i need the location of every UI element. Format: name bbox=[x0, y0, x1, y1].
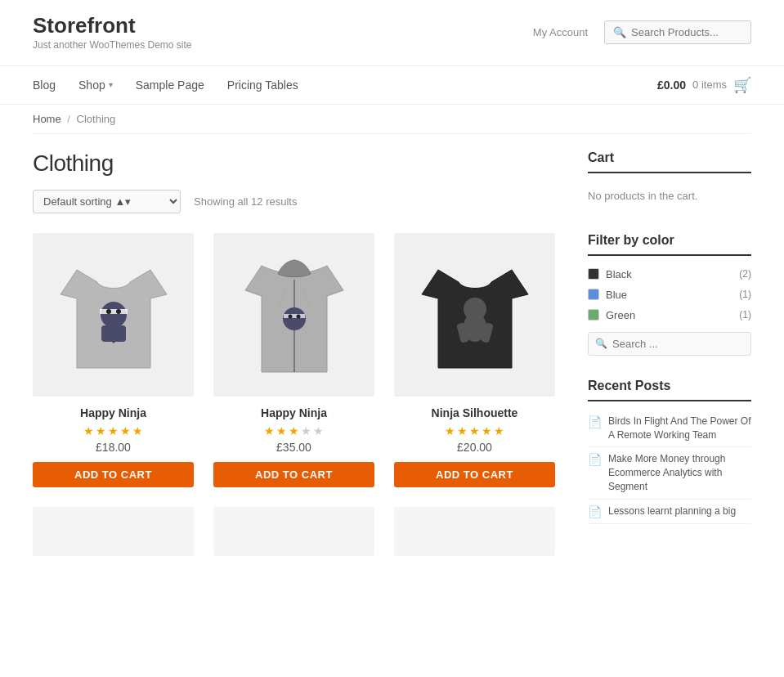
results-count: Showing all 12 results bbox=[194, 195, 297, 208]
product-image-happy-ninja-1 bbox=[33, 233, 194, 397]
color-swatch-black bbox=[588, 268, 599, 280]
svg-point-10 bbox=[288, 314, 292, 318]
recent-post-link-1[interactable]: Birds In Flight And The Power Of A Remot… bbox=[608, 415, 751, 442]
filter-count-black: (2) bbox=[739, 268, 751, 280]
product-card-partial bbox=[33, 507, 194, 566]
products-grid: Happy Ninja ★ ★ ★ ★ ★ £18.00 Add to cart bbox=[33, 233, 555, 566]
sidebar-filter-color: Filter by color Black (2) Blue (1) bbox=[588, 233, 751, 356]
product-card-partial bbox=[394, 507, 555, 566]
product-image-partial-1 bbox=[33, 507, 194, 556]
nav-shop[interactable]: Shop ▾ bbox=[78, 78, 113, 92]
recent-post-link-2[interactable]: Make More Money through Ecommerce Analyt… bbox=[608, 452, 751, 493]
svg-point-11 bbox=[296, 314, 300, 318]
product-image-happy-ninja-2 bbox=[213, 233, 374, 397]
my-account-link[interactable]: My Account bbox=[533, 26, 588, 38]
product-card: Happy Ninja ★ ★ ★ ★ ★ £35.00 Add to cart bbox=[213, 233, 374, 487]
nav-pricing-tables[interactable]: Pricing Tables bbox=[227, 78, 298, 92]
post-icon: 📄 bbox=[588, 453, 602, 466]
cart-icon[interactable]: 🛒 bbox=[733, 76, 751, 94]
nav-links: Blog Shop ▾ Sample Page Pricing Tables bbox=[33, 78, 298, 92]
product-stars: ★ ★ ★ ★ ★ bbox=[213, 424, 374, 437]
sidebar-search-input[interactable] bbox=[612, 338, 744, 350]
search-box-header: 🔍 bbox=[604, 20, 751, 44]
add-to-cart-button[interactable]: Add to cart bbox=[33, 462, 194, 487]
product-price: £18.00 bbox=[33, 441, 194, 454]
add-to-cart-button[interactable]: Add to cart bbox=[394, 462, 555, 487]
breadcrumb-current: Clothing bbox=[77, 113, 116, 125]
star-1: ★ bbox=[445, 424, 455, 437]
filter-item-left: Blue bbox=[588, 289, 627, 301]
sort-select[interactable]: Default sorting ▲▾ Sort by popularity So… bbox=[33, 190, 181, 213]
breadcrumb-home[interactable]: Home bbox=[33, 113, 61, 125]
star-2: ★ bbox=[457, 424, 468, 437]
filter-label-blue[interactable]: Blue bbox=[606, 289, 627, 301]
product-stars: ★ ★ ★ ★ ★ bbox=[394, 424, 555, 437]
star-3: ★ bbox=[108, 424, 119, 437]
product-image-partial-2 bbox=[213, 507, 374, 556]
post-icon: 📄 bbox=[588, 505, 602, 518]
star-1: ★ bbox=[264, 424, 275, 437]
sidebar-recent-posts: Recent Posts 📄 Birds In Flight And The P… bbox=[588, 379, 751, 524]
star-5: ★ bbox=[313, 424, 324, 437]
product-stars: ★ ★ ★ ★ ★ bbox=[33, 424, 194, 437]
site-header: Storefront Just another WooThemes Demo s… bbox=[0, 0, 784, 66]
search-icon: 🔍 bbox=[613, 26, 626, 38]
site-subtitle: Just another WooThemes Demo site bbox=[33, 38, 192, 52]
post-icon: 📄 bbox=[588, 415, 602, 428]
recent-posts-title: Recent Posts bbox=[588, 379, 751, 401]
product-name: Happy Ninja bbox=[33, 406, 194, 419]
color-filter-list: Black (2) Blue (1) Green (1) bbox=[588, 264, 751, 325]
breadcrumb: Home / Clothing bbox=[0, 105, 784, 133]
logo: Storefront Just another WooThemes Demo s… bbox=[33, 13, 192, 52]
star-1: ★ bbox=[83, 424, 94, 437]
main-nav: Blog Shop ▾ Sample Page Pricing Tables £… bbox=[0, 66, 784, 105]
nav-blog[interactable]: Blog bbox=[33, 78, 56, 92]
nav-sample-page[interactable]: Sample Page bbox=[136, 78, 204, 92]
filter-label-green[interactable]: Green bbox=[606, 309, 635, 321]
search-input-header[interactable] bbox=[631, 26, 737, 38]
svg-point-8 bbox=[283, 307, 306, 330]
product-image-ninja-silhouette bbox=[394, 233, 555, 397]
filter-count-blue: (1) bbox=[739, 289, 751, 300]
svg-point-3 bbox=[106, 309, 111, 314]
cart-empty-message: No products in the cart. bbox=[588, 182, 751, 210]
cart-items-count: 0 items bbox=[692, 78, 727, 91]
sidebar-search-icon: 🔍 bbox=[595, 338, 607, 349]
page-title: Clothing bbox=[33, 150, 555, 177]
filter-item-black: Black (2) bbox=[588, 264, 751, 285]
star-4: ★ bbox=[120, 424, 131, 437]
site-title: Storefront bbox=[33, 13, 192, 38]
recent-posts-list: 📄 Birds In Flight And The Power Of A Rem… bbox=[588, 410, 751, 524]
chevron-down-icon: ▾ bbox=[109, 80, 113, 89]
sidebar-cart: Cart No products in the cart. bbox=[588, 150, 751, 210]
star-4: ★ bbox=[482, 424, 492, 437]
recent-post-item: 📄 Birds In Flight And The Power Of A Rem… bbox=[588, 410, 751, 448]
recent-post-item: 📄 Make More Money through Ecommerce Anal… bbox=[588, 447, 751, 499]
filter-count-green: (1) bbox=[739, 309, 751, 321]
breadcrumb-separator: / bbox=[67, 113, 70, 125]
filter-color-title: Filter by color bbox=[588, 233, 751, 256]
color-swatch-blue bbox=[588, 289, 599, 300]
recent-post-link-3[interactable]: Lessons learnt planning a big bbox=[608, 504, 736, 518]
product-image-partial-3 bbox=[394, 507, 555, 556]
sidebar-search-box: 🔍 bbox=[588, 332, 751, 356]
color-swatch-green bbox=[588, 309, 599, 321]
header-right: My Account 🔍 bbox=[533, 20, 751, 44]
product-card: Happy Ninja ★ ★ ★ ★ ★ £18.00 Add to cart bbox=[33, 233, 194, 487]
svg-point-4 bbox=[116, 309, 121, 314]
recent-post-item: 📄 Lessons learnt planning a big bbox=[588, 500, 751, 524]
cart-sidebar-title: Cart bbox=[588, 150, 751, 173]
star-4: ★ bbox=[301, 424, 311, 437]
svg-rect-9 bbox=[284, 314, 305, 318]
product-card: Ninja Silhouette ★ ★ ★ ★ ★ £20.00 Add to… bbox=[394, 233, 555, 487]
filter-item-blue: Blue (1) bbox=[588, 285, 751, 305]
star-2: ★ bbox=[96, 424, 106, 437]
add-to-cart-button[interactable]: Add to cart bbox=[213, 462, 374, 487]
filter-item-left: Black bbox=[588, 268, 632, 280]
star-3: ★ bbox=[289, 424, 299, 437]
product-price: £35.00 bbox=[213, 441, 374, 454]
product-name: Happy Ninja bbox=[213, 406, 374, 419]
star-3: ★ bbox=[469, 424, 480, 437]
main-content: Clothing Default sorting ▲▾ Sort by popu… bbox=[33, 150, 555, 566]
filter-label-black[interactable]: Black bbox=[606, 268, 632, 280]
